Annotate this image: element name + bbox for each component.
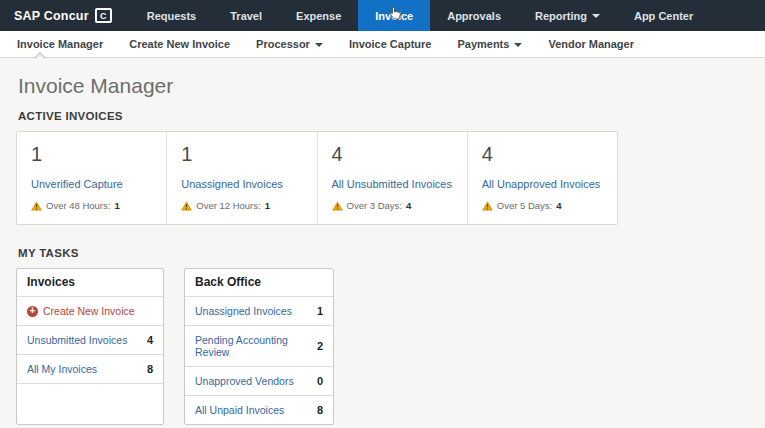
warning-count: 4: [406, 200, 411, 211]
task-row-count: 1: [317, 305, 323, 317]
subnav-label: Invoice Manager: [17, 38, 103, 50]
top-nav-label: Approvals: [447, 10, 501, 22]
task-row-label: Unsubmitted Invoices: [27, 334, 127, 346]
task-row-pending-accounting-review[interactable]: Pending Accounting Review 2: [185, 325, 333, 366]
task-row-label: Pending Accounting Review: [195, 334, 317, 358]
warning-count: 4: [556, 200, 561, 211]
card-warning: Over 5 Days: 4: [482, 200, 603, 211]
top-nav-invoice[interactable]: Invoice: [358, 0, 430, 31]
card-count: 1: [181, 143, 302, 165]
card-count: 4: [482, 143, 603, 165]
active-invoices-heading: ACTIVE INVOICES: [18, 110, 749, 122]
sap-concur-brand[interactable]: SAP Concur C: [0, 0, 130, 31]
task-row-unapproved-vendors[interactable]: Unapproved Vendors 0: [185, 366, 333, 395]
top-nav: Requests Travel Expense Invoice Approval…: [130, 0, 711, 31]
task-row-all-unpaid-invoices[interactable]: All Unpaid Invoices 8: [185, 395, 333, 424]
page-title: Invoice Manager: [18, 74, 749, 98]
action-label: + Create New Invoice: [27, 305, 135, 317]
warning-count: 1: [265, 200, 270, 211]
action-text: Create New Invoice: [43, 305, 135, 317]
task-row-label: Unapproved Vendors: [195, 375, 294, 387]
subnav-label: Vendor Manager: [548, 38, 634, 50]
subnav-invoice-capture[interactable]: Invoice Capture: [336, 38, 445, 50]
warning-label: Over 3 Days:: [347, 200, 402, 211]
my-tasks-heading: MY TASKS: [18, 247, 749, 259]
task-row-count: 8: [317, 404, 323, 416]
create-new-invoice-action[interactable]: + Create New Invoice: [17, 296, 163, 325]
task-row-label: Unassigned Invoices: [195, 305, 292, 317]
warning-triangle-icon: [482, 201, 493, 211]
subnav-processor[interactable]: Processor: [243, 38, 336, 50]
hand-cursor-icon: [389, 7, 402, 23]
card-warning: Over 3 Days: 4: [332, 200, 453, 211]
task-row-unassigned-invoices[interactable]: Unassigned Invoices 1: [185, 296, 333, 325]
warning-triangle-icon: [332, 201, 343, 211]
card-count: 4: [332, 143, 453, 165]
top-nav-reporting[interactable]: Reporting: [518, 0, 617, 31]
top-nav-label: Expense: [296, 10, 341, 22]
warning-triangle-icon: [181, 201, 192, 211]
card-count: 1: [31, 143, 152, 165]
top-nav-label: Reporting: [535, 10, 587, 22]
invoices-panel: Invoices + Create New Invoice Unsubmitte…: [16, 268, 164, 425]
main-content: Invoice Manager ACTIVE INVOICES 1 Unveri…: [0, 58, 765, 425]
my-tasks-panels: Invoices + Create New Invoice Unsubmitte…: [16, 268, 749, 425]
task-row-label: All My Invoices: [27, 363, 97, 375]
plus-circle-icon: +: [27, 306, 38, 317]
task-row-all-my-invoices[interactable]: All My Invoices 8: [17, 354, 163, 383]
top-nav-approvals[interactable]: Approvals: [430, 0, 518, 31]
top-nav-label: Travel: [230, 10, 262, 22]
subnav-label: Processor: [256, 38, 310, 50]
concur-logo-icon: C: [95, 8, 112, 23]
warning-label: Over 12 Hours:: [196, 200, 260, 211]
caret-down-icon: [592, 14, 600, 18]
task-row-count: 8: [147, 363, 153, 375]
task-row-label: All Unpaid Invoices: [195, 404, 284, 416]
task-row-unsubmitted-invoices[interactable]: Unsubmitted Invoices 4: [17, 325, 163, 354]
card-unassigned-invoices: 1 Unassigned Invoices Over 12 Hours: 1: [166, 132, 316, 224]
caret-down-icon: [514, 43, 522, 47]
top-app-bar: SAP Concur C Requests Travel Expense Inv…: [0, 0, 765, 31]
subnav-invoice-manager[interactable]: Invoice Manager: [4, 38, 116, 50]
warning-label: Over 48 Hours:: [46, 200, 110, 211]
warning-label: Over 5 Days:: [497, 200, 552, 211]
card-link[interactable]: Unverified Capture: [31, 178, 123, 190]
top-nav-label: App Center: [634, 10, 693, 22]
card-link[interactable]: All Unapproved Invoices: [482, 178, 601, 190]
back-office-panel: Back Office Unassigned Invoices 1 Pendin…: [184, 268, 334, 425]
task-row-count: 2: [317, 340, 323, 352]
panel-title: Back Office: [185, 269, 333, 296]
subnav-label: Create New Invoice: [129, 38, 230, 50]
card-warning: Over 48 Hours: 1: [31, 200, 152, 211]
card-link[interactable]: All Unsubmitted Invoices: [332, 178, 452, 190]
invoice-sub-nav: Invoice Manager Create New Invoice Proce…: [0, 31, 765, 58]
brand-name: SAP Concur: [14, 9, 89, 23]
card-all-unsubmitted-invoices: 4 All Unsubmitted Invoices Over 3 Days: …: [317, 132, 467, 224]
caret-down-icon: [315, 43, 323, 47]
subnav-label: Invoice Capture: [349, 38, 432, 50]
top-nav-travel[interactable]: Travel: [213, 0, 279, 31]
task-row-count: 0: [317, 375, 323, 387]
subnav-payments[interactable]: Payments: [444, 38, 535, 50]
warning-triangle-icon: [31, 201, 42, 211]
card-warning: Over 12 Hours: 1: [181, 200, 302, 211]
active-invoices-panel: 1 Unverified Capture Over 48 Hours: 1 1 …: [16, 131, 618, 225]
warning-count: 1: [114, 200, 119, 211]
top-nav-app-center[interactable]: App Center: [617, 0, 710, 31]
subnav-label: Payments: [457, 38, 509, 50]
panel-title: Invoices: [17, 269, 163, 296]
card-all-unapproved-invoices: 4 All Unapproved Invoices Over 5 Days: 4: [467, 132, 617, 224]
subnav-create-new-invoice[interactable]: Create New Invoice: [116, 38, 243, 50]
top-nav-label: Requests: [147, 10, 197, 22]
task-row-count: 4: [147, 334, 153, 346]
top-nav-expense[interactable]: Expense: [279, 0, 358, 31]
card-unverified-capture: 1 Unverified Capture Over 48 Hours: 1: [17, 132, 166, 224]
empty-row: [17, 383, 163, 409]
card-link[interactable]: Unassigned Invoices: [181, 178, 283, 190]
subnav-vendor-manager[interactable]: Vendor Manager: [535, 38, 647, 50]
top-nav-requests[interactable]: Requests: [130, 0, 214, 31]
